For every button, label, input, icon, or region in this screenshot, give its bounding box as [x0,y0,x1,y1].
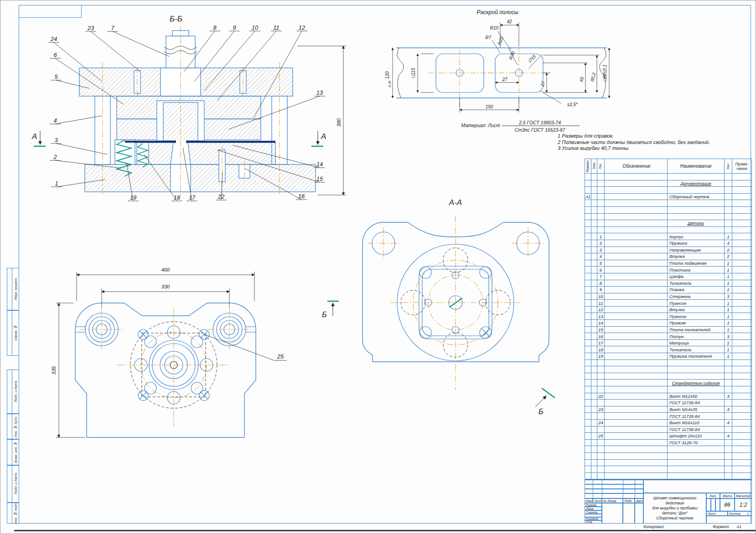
dim-80: 80,2 [590,72,597,82]
table-row: Документация [585,180,751,187]
table-row: ГОСТ 11738-84 [585,400,751,406]
note-line: 3 Усилие вырубки 40,7 тонны. [558,145,754,152]
table-row: 16 Ползун 3 [585,333,751,340]
table-row: Детали [585,220,751,227]
tb-org-cell [706,516,752,524]
dim-sq98: □98±0,1 [602,65,607,82]
parts-list-table: Формат Зона Поз. Обозначение Наименовани… [585,159,752,480]
table-row [585,227,751,234]
frame-label-sprav-no: Справ. № [7,310,19,356]
frame-label-perv-primen: Перв. примен. [7,268,19,310]
table-row: 11 Пуансон 1 [585,300,751,307]
callout-8: 8 [213,24,217,31]
callout-4: 4 [53,117,57,124]
section-letter-a-left: А [31,132,37,141]
table-row: 8 Толкатель 1 [585,280,751,287]
table-row: 9 Планка 1 [585,287,751,293]
tb-row-tkontr: Т.контр [585,510,602,514]
header-note-2: чание [736,166,747,171]
tb-lit-label: Лит. [706,493,720,498]
table-row: 4 Втулка 2 [585,253,751,260]
section-letter-b-aa: Б [539,408,543,416]
callout-15: 15 [316,175,323,182]
dim-27b: 27 [540,81,546,87]
table-row [585,473,751,480]
doc-title-line: детали "Дно" [662,511,688,516]
technical-notes: 1 Размеры для справок. 2 Подвижные части… [558,133,754,152]
section-bb-title: Б-Б [170,15,182,23]
dim-335: 335 [51,366,57,375]
table-row: 24 Винт М16х110 4 [585,420,751,426]
material-den: Ст3пс ГОСТ 16523-97 [515,127,566,133]
table-row: 19 Пружина толкателя 1 [585,353,751,360]
header-note-1: Приме- [735,162,749,166]
tb-designation-cell [643,480,752,493]
table-row: ГОСТ 11738-84 [585,426,751,433]
callout-13: 13 [316,89,323,96]
copied-label: Копировал [643,524,664,529]
table-row: 10 Стержень 3 [585,293,751,300]
callout-23: 23 [87,25,94,31]
doc-title-line: Штамп совмещенного действия [644,496,706,506]
header-name: Наименование [668,159,725,173]
dim-330: 330 [161,284,170,289]
doc-title-line: Сборочный чертеж [656,516,693,521]
parts-list-header: Формат Зона Поз. Обозначение Наименовани… [585,159,751,174]
strip-layout-view: Раскрой полосы [383,6,617,139]
tb-mass-label: Масса [720,493,735,498]
table-row: 23 Винт М14х35 4 [585,406,751,413]
callout-25: 25 [277,353,284,360]
tb-row-prov: Пров. [585,507,602,510]
callout-24: 24 [50,36,57,42]
note-line: 2 Подвижные части должны двигаться свобо… [558,139,754,146]
callout-22: 22 [217,193,225,200]
dim-o15: ∅15 [527,53,537,63]
table-row: Стандартные изделия [585,380,751,386]
callout-6: 6 [53,51,57,58]
tb-col-date: Дата [635,498,643,503]
table-row: 12 Втулка 1 [585,307,751,313]
tb-row-utv: Утв. [585,520,602,524]
doc-title-line: для вырубки и пробивки [652,506,697,511]
table-row: 7 Цапфа 1 [585,273,751,280]
tb-sheets-cell: Листов 1 [728,511,752,516]
tb-sheets-value: 1 [747,512,751,515]
table-row [585,360,751,367]
table-row: ГОСТ 11738-84 [585,413,751,420]
header-designation: Обозначение [605,159,668,173]
frame-label-podp-data-1: Подп. и дата [7,370,19,414]
footer-row: Копировал Формат А1 [0,524,756,530]
dim-42: 42 [507,19,512,24]
table-row: 13 Пуансон 1 [585,313,751,320]
table-row [585,187,751,194]
material-label: Материал: Лист [461,123,501,128]
table-row: ГОСТ 3128-70 [585,440,751,447]
table-row: 1 Корпус 1 [585,233,751,240]
table-row: 2 Пружина 4 [585,240,751,247]
dim-27a: 27 [502,77,507,82]
table-row: 18 Толкатель 1 [585,346,751,353]
title-block: Изм. Лист № докум. Подп. Дата Разраб. Пр… [585,480,752,524]
table-row [585,466,751,473]
table-row: 6 Пластина 1 [585,267,751,273]
callout-10: 10 [252,24,259,31]
dim-s25: s2,5* [567,102,578,107]
table-row: 3 Направляющая 2 [585,247,751,254]
frame-label-vzam-inv: Взам. инв. № [7,439,19,465]
dim-65: 65 [579,76,585,82]
header-qty: Кол. [727,163,730,169]
table-row: 5 Плита подвижная 1 [585,260,751,267]
table-row: 25 Штифт 20х110 4 [585,433,751,440]
section-bb-view: Б-Б [26,13,356,207]
dim-r7: R7 [486,35,492,40]
dim-120: 120 [385,71,390,79]
callout-19: 19 [130,194,136,201]
sheet-bottom-edge [14,530,756,531]
header-format: Формат [586,160,590,172]
section-letter-b-plan: Б [322,311,326,318]
parts-list-body: Документация А1 [585,174,751,479]
plan-view: 460 330 335 25 Б [48,244,345,441]
dim-r30: R30 [508,51,516,60]
section-aa-view: А-А Б [336,190,561,417]
tb-row-razrab: Разраб. [585,503,602,507]
